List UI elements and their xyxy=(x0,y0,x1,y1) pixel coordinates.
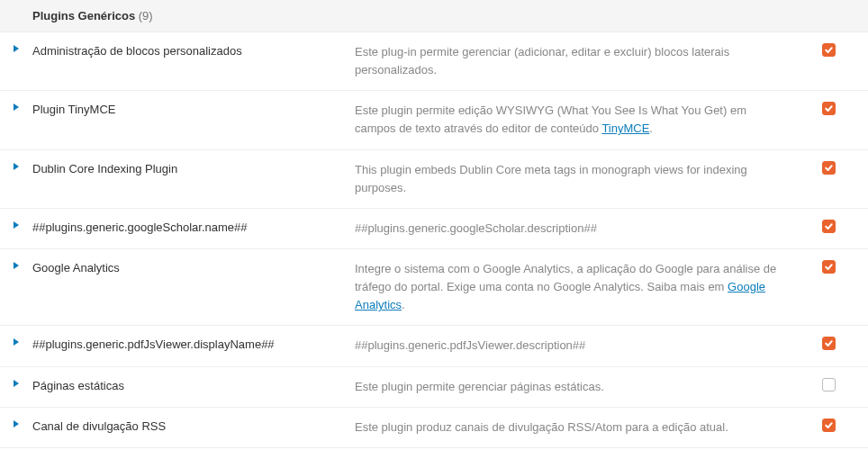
enable-checkbox[interactable] xyxy=(822,43,836,57)
plugin-name[interactable]: Plugin TinyMCE xyxy=(32,102,355,119)
section-count: (9) xyxy=(139,9,153,22)
expand-toggle[interactable] xyxy=(0,418,32,428)
caret-right-icon xyxy=(14,163,19,170)
caret-right-icon xyxy=(14,420,19,428)
caret-right-icon xyxy=(14,104,19,111)
expand-toggle[interactable] xyxy=(0,220,32,229)
plugin-row: ##plugins.generic.pdfJsViewer.displayNam… xyxy=(0,326,868,366)
plugin-description: Este plug-in permite gerenciar (adiciona… xyxy=(355,43,801,79)
expand-toggle[interactable] xyxy=(0,43,32,52)
plugin-name[interactable]: ##plugins.generic.pdfJsViewer.displayNam… xyxy=(32,337,355,354)
description-link[interactable]: TinyMCE xyxy=(601,122,649,135)
enable-checkbox[interactable] xyxy=(822,418,836,432)
caret-right-icon xyxy=(14,45,19,52)
expand-toggle[interactable] xyxy=(0,337,32,346)
plugin-row: Páginas estáticasEste plugin permite ger… xyxy=(0,367,868,408)
section-title: Plugins Genéricos xyxy=(32,9,135,22)
enable-checkbox[interactable] xyxy=(822,378,836,392)
plugin-description: Este plugin permite gerenciar páginas es… xyxy=(355,378,801,396)
plugin-description: Integre o sistema com o Google Analytics… xyxy=(355,260,801,314)
expand-toggle[interactable] xyxy=(0,260,32,269)
expand-toggle[interactable] xyxy=(0,102,32,111)
plugin-name[interactable]: Canal de divulgação RSS xyxy=(32,418,355,436)
plugin-description: ##plugins.generic.googleScholar.descript… xyxy=(355,220,801,238)
plugin-row: ##plugins.generic.htmlMonographFile.disp… xyxy=(0,448,868,459)
enable-checkbox[interactable] xyxy=(822,260,836,274)
plugin-name[interactable]: Dublin Core Indexing Plugin xyxy=(32,161,355,178)
caret-right-icon xyxy=(14,262,19,269)
caret-right-icon xyxy=(14,221,19,229)
plugin-name[interactable]: Administração de blocos personalizados xyxy=(32,43,355,60)
plugin-row: ##plugins.generic.googleScholar.name####… xyxy=(0,209,868,249)
plugin-description: ##plugins.generic.pdfJsViewer.descriptio… xyxy=(355,337,801,355)
plugin-row: Dublin Core Indexing PluginThis plugin e… xyxy=(0,150,868,209)
plugin-description: Este plugin permite edição WYSIWYG (What… xyxy=(355,102,801,138)
description-link[interactable]: Google Analytics xyxy=(355,280,765,311)
plugin-row: Plugin TinyMCEEste plugin permite edição… xyxy=(0,91,868,149)
plugin-row: Administração de blocos personalizadosEs… xyxy=(0,32,868,91)
enable-checkbox[interactable] xyxy=(822,161,836,175)
enable-checkbox[interactable] xyxy=(822,220,836,233)
caret-right-icon xyxy=(14,380,19,387)
plugin-name[interactable]: ##plugins.generic.googleScholar.name## xyxy=(32,220,355,237)
caret-right-icon xyxy=(14,338,19,346)
plugin-name[interactable]: Google Analytics xyxy=(32,260,355,277)
expand-toggle[interactable] xyxy=(0,378,32,387)
plugin-name[interactable]: Páginas estáticas xyxy=(32,378,355,395)
section-header: Plugins Genéricos (9) xyxy=(0,0,868,32)
enable-checkbox[interactable] xyxy=(822,102,836,115)
plugin-row: Canal de divulgação RSSEste plugin produ… xyxy=(0,408,868,448)
plugin-description: Este plugin produz canais de divulgação … xyxy=(355,418,801,436)
plugin-description: This plugin embeds Dublin Core meta tags… xyxy=(355,161,801,197)
expand-toggle[interactable] xyxy=(0,161,32,170)
plugin-row: Google AnalyticsIntegre o sistema com o … xyxy=(0,249,868,326)
enable-checkbox[interactable] xyxy=(822,337,836,350)
